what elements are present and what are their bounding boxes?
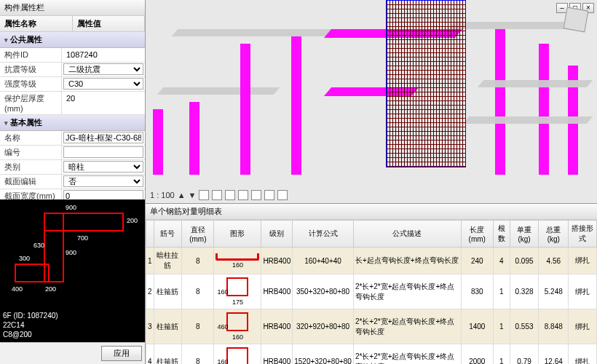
- col-header[interactable]: 根数: [493, 221, 510, 248]
- shape-cell: 160760: [214, 344, 261, 365]
- col-header[interactable]: 计算公式: [293, 221, 354, 248]
- prop-key: 截面编辑: [0, 175, 62, 189]
- tool-icon[interactable]: [238, 190, 248, 200]
- prop-key: 强度等级: [0, 77, 62, 91]
- col-header[interactable]: [146, 221, 154, 248]
- tool-icon[interactable]: [212, 190, 222, 200]
- table-title: 单个钢筋对量明细表: [146, 204, 597, 220]
- viewport-3d[interactable]: – □ × 1 : 100 ▲ ▼: [146, 0, 597, 204]
- prop-row: 截面编辑否: [0, 175, 145, 189]
- col-header[interactable]: 级别: [261, 221, 293, 248]
- prop-key: 保护层厚度(mm): [0, 92, 62, 114]
- apply-bar: 应用: [0, 342, 145, 364]
- table-scroll[interactable]: 筋号直径(mm)图形级别计算公式公式描述长度(mm)根数单重(kg)总重(kg)…: [146, 220, 597, 364]
- table-row[interactable]: 1暗柱拉筋8160HRB400160+40+40长+起点弯钩长度+终点弯钩长度2…: [146, 248, 597, 274]
- section-basic[interactable]: 基本属性: [0, 115, 145, 131]
- tool-icon[interactable]: [277, 190, 288, 200]
- col-header[interactable]: 搭接形式: [569, 221, 597, 248]
- scale-up-icon[interactable]: ▲: [178, 191, 186, 199]
- selected-column[interactable]: [386, 0, 466, 167]
- apply-button[interactable]: 应用: [101, 346, 142, 361]
- col-header[interactable]: 公式描述: [353, 221, 461, 248]
- col-value: 属性值: [73, 16, 146, 31]
- prop-row: 抗震等级二级抗震: [0, 63, 145, 77]
- prop-key: 类别: [0, 160, 62, 174]
- col-header[interactable]: 长度(mm): [461, 221, 493, 248]
- prop-value: 20: [63, 92, 143, 104]
- preview-info: 6F (ID: 1087240) 22C14 C8@200: [3, 311, 58, 339]
- col-header[interactable]: 筋号: [154, 221, 182, 248]
- section-preview[interactable]: 900 200 700 900 630 300 400 200 6F (ID: …: [0, 199, 145, 342]
- tool-icon[interactable]: [199, 190, 209, 200]
- prop-value[interactable]: [63, 146, 143, 158]
- shape-cell: 160175: [214, 274, 261, 309]
- prop-row: 保护层厚度(mm)20: [0, 92, 145, 115]
- shape-cell: 460160: [214, 309, 261, 344]
- col-header[interactable]: 单重(kg): [510, 221, 539, 248]
- rebar-table: 筋号直径(mm)图形级别计算公式公式描述长度(mm)根数单重(kg)总重(kg)…: [146, 220, 597, 364]
- col-header[interactable]: 图形: [214, 221, 261, 248]
- scale-label: 1 : 100: [150, 191, 175, 199]
- prop-value[interactable]: 否: [63, 175, 143, 187]
- viewport-status: 1 : 100 ▲ ▼: [150, 190, 288, 200]
- prop-key: 抗震等级: [0, 63, 62, 76]
- table-row[interactable]: 4柱箍筋8160760HRB4001520+320+80+802*长+2*宽+起…: [146, 344, 597, 365]
- prop-row: 类别暗柱: [0, 160, 145, 175]
- prop-row: 名称: [0, 131, 145, 146]
- prop-value[interactable]: 暗柱: [63, 161, 143, 173]
- prop-key: 构件ID: [0, 48, 62, 62]
- table-row[interactable]: 2柱箍筋8160175HRB400350+320+80+802*长+2*宽+起点…: [146, 274, 597, 309]
- prop-key: 编号: [0, 146, 62, 159]
- tool-icon[interactable]: [264, 190, 274, 200]
- shape-cell: 160: [214, 248, 261, 274]
- col-header[interactable]: 直径(mm): [182, 221, 214, 248]
- right-panel: – □ × 1 : 100 ▲ ▼ 单个钢筋对量明细表 筋号直径(mm)图形级别…: [146, 0, 597, 364]
- prop-key: 截面宽度(mm): [0, 189, 62, 199]
- section-public[interactable]: 公共属性: [0, 32, 145, 48]
- props-scroll[interactable]: 公共属性 构件ID1087240抗震等级二级抗震强度等级C30保护层厚度(mm)…: [0, 32, 145, 199]
- tool-icon[interactable]: [225, 190, 235, 200]
- prop-key: 名称: [0, 131, 62, 145]
- prop-row: 编号: [0, 146, 145, 160]
- prop-row: 截面宽度(mm): [0, 189, 145, 199]
- panel-title: 构件属性栏: [0, 0, 145, 16]
- nav-cube[interactable]: [564, 7, 589, 33]
- tool-icon[interactable]: [251, 190, 261, 200]
- property-panel: 构件属性栏 属性名称 属性值 公共属性 构件ID1087240抗震等级二级抗震强…: [0, 0, 146, 364]
- col-name: 属性名称: [0, 16, 73, 31]
- prop-row: 强度等级C30: [0, 77, 145, 92]
- prop-value[interactable]: [63, 190, 143, 199]
- prop-value: 1087240: [63, 49, 143, 60]
- prop-value[interactable]: C30: [63, 78, 143, 90]
- prop-row: 构件ID1087240: [0, 48, 145, 63]
- prop-value[interactable]: [63, 132, 143, 143]
- col-header[interactable]: 总重(kg): [539, 221, 569, 248]
- rebar-table-area: 单个钢筋对量明细表 筋号直径(mm)图形级别计算公式公式描述长度(mm)根数单重…: [146, 204, 597, 364]
- prop-value[interactable]: 二级抗震: [63, 63, 143, 75]
- prop-header: 属性名称 属性值: [0, 16, 145, 32]
- scale-down-icon[interactable]: ▼: [189, 191, 197, 199]
- table-row[interactable]: 3柱箍筋8460160HRB400320+920+80+802*长+2*宽+起点…: [146, 309, 597, 344]
